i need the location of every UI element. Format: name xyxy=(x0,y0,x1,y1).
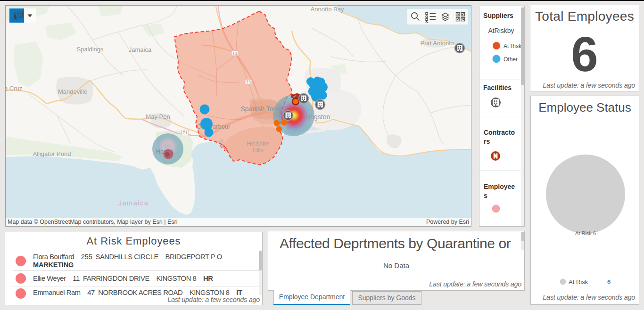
svg-text:Hills: Hills xyxy=(253,147,264,154)
svg-text:Annotto Bay: Annotto Bay xyxy=(311,6,344,13)
svg-text:T1: T1 xyxy=(183,131,188,135)
svg-text:Hellshire: Hellshire xyxy=(247,140,269,147)
svg-text:Alligator Pond: Alligator Pond xyxy=(33,150,71,157)
svg-text:Kingston: Kingston xyxy=(305,113,330,121)
svg-text:Spaldings: Spaldings xyxy=(76,46,104,53)
svg-text:a Cruz: a Cruz xyxy=(6,85,22,92)
svg-text:May Pen: May Pen xyxy=(146,113,170,120)
svg-text:Mandeville: Mandeville xyxy=(58,88,87,95)
svg-text:Jamaica: Jamaica xyxy=(129,46,152,53)
svg-text:T3: T3 xyxy=(232,51,237,56)
svg-text:T3: T3 xyxy=(246,80,251,84)
svg-text:Port Antonio: Port Antonio xyxy=(421,40,454,47)
svg-text:Jamaica: Jamaica xyxy=(118,199,149,207)
